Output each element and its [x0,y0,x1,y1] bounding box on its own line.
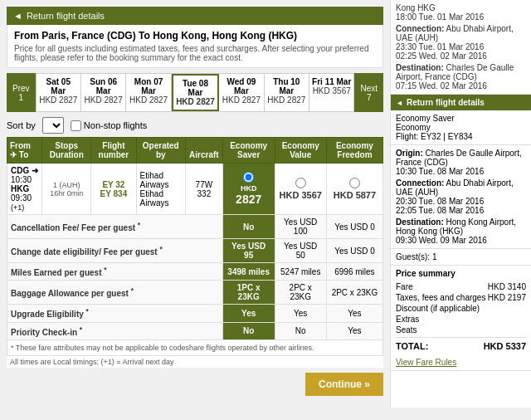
date-cell[interactable]: Sun 06 MarHKD 2827 [81,74,126,111]
attr-saver: Yes [222,305,275,322]
sidebar-price-summary: Price summary Fare HKD 3140 Taxes, fees … [391,266,531,371]
sort-select[interactable] [42,117,64,134]
sidebar-conn2-time1: 20:30 Tue. 08 Mar 2016 [396,197,526,206]
attr-row: Priority Check-in * No No Yes [7,322,383,339]
main-content: ◄ Return flight details From Paris, Fran… [0,0,390,408]
back-arrow-icon: ◄ [13,11,22,21]
attr-value: No [275,322,326,339]
next-num: 7 [367,93,372,102]
sidebar-time1: 18:00 Tue. 01 Mar 2016 [396,12,526,22]
attr-freedom: Yes [326,305,382,322]
sidebar-discount-label: Discount (if applicable) [396,304,480,313]
return-flight-header[interactable]: ◄ Return flight details [7,7,383,25]
route-note: Price for all guests including estimated… [14,44,376,62]
sidebar-taxes-row: Taxes, fees and charges HKD 2197 [396,292,526,303]
attr-saver: Yes USD 95 [222,239,275,263]
attr-value: 5247 miles [275,263,326,281]
th-flight: Flight number [91,138,136,164]
attr-row: Baggage Allowance per guest * 1PC x 23KG… [7,281,383,305]
price-freedom-cell[interactable]: HKD 5877 [326,164,382,215]
attr-label: Upgrade Eligibility * [7,305,223,322]
sidebar-guests-label: Guest(s): 1 [396,252,436,261]
timings: All times are Local timings; (+1) = Arri… [7,356,383,368]
continue-button[interactable]: Continue » [305,373,383,396]
return-header-label: Return flight details [27,11,105,21]
sidebar-arrow-icon: ◄ [396,99,403,107]
route-info: From Paris, France (CDG) To Hong Kong, H… [7,25,383,68]
sort-bar: Sort by Non-stop flights [7,117,383,134]
sidebar-taxes-value: HKD 2197 [488,293,526,302]
attr-row: Cancellation Fee/ Fee per guest * No Yes… [7,215,383,239]
attr-label: Change date eligibility/ Fee per guest * [7,239,223,263]
attr-label: Miles Earned per guest * [7,263,223,281]
prev-label: Prev [12,84,30,93]
sidebar-return-header[interactable]: ◄ Return flight details [391,95,531,110]
prev-button[interactable]: Prev 1 [7,73,36,112]
date-cell[interactable]: Thu 10 MarHKD 2827 [265,74,309,111]
sidebar-conn-time2: 02:25 Wed. 02 Mar 2016 [396,51,526,61]
attr-value: Yes [275,305,326,322]
sidebar-dest2-time: 09:30 Wed. 09 Mar 2016 [396,236,526,245]
flight-operated-cell: Etihad Airways Etihad Airways [136,164,185,215]
sort-label: Sort by [7,120,36,130]
sidebar-return-label: Return flight details [407,98,485,107]
flight-number-cell: EY 32 EY 834 [91,164,136,215]
price-value-cell[interactable]: HKD 3567 [275,164,326,215]
sidebar: Kong HKG 18:00 Tue. 01 Mar 2016 Connecti… [390,0,531,408]
flight-route-cell: CDG ➜ 10:30 HKG 09:30 (+1) [7,164,42,215]
attr-label: Priority Check-in * [7,322,223,339]
sidebar-total-value: HKD 5337 [484,341,526,351]
sidebar-cabin: Economy [396,123,526,132]
th-value: Economy Value [275,138,326,164]
date-cells: Sat 05 MarHKD 2827Sun 06 MarHKD 2827Mon … [36,73,355,112]
continue-bar: Continue » [7,368,383,401]
saver-radio[interactable] [243,172,254,183]
sidebar-total-row: TOTAL: HKD 5337 [396,337,526,354]
nonstop-filter: Non-stop flights [71,120,147,131]
flight-table: From ✈ To Stops Duration Flight number O… [7,137,383,340]
sidebar-fare-value: HKD 3140 [488,282,526,291]
next-button[interactable]: Next 7 [354,73,383,112]
flight-stops-cell: 1 (AUH) 16hr 0min [42,164,91,215]
route-title: From Paris, France (CDG) To Hong Kong, H… [14,30,376,42]
th-freedom: Economy Freedom [326,138,382,164]
attr-label: Baggage Allowance per guest * [7,281,223,305]
sidebar-taxes-label: Taxes, fees and charges [396,293,485,302]
sidebar-seats-row: Seats [396,325,526,335]
sidebar-flight-num: Flight: EY32 | EY834 [396,132,526,141]
sidebar-origin-time: 10:30 Tue. 08 Mar 2016 [396,167,526,176]
date-navigation: Prev 1 Sat 05 MarHKD 2827Sun 06 MarHKD 2… [7,73,383,112]
sidebar-price-summary-title: Price summary [396,269,526,278]
freedom-radio[interactable] [349,178,360,188]
nonstop-checkbox[interactable] [71,120,81,131]
sidebar-top-info: Kong HKG 18:00 Tue. 01 Mar 2016 Connecti… [391,0,531,95]
footnote: * These fare attributes may not be appli… [7,340,383,356]
attr-freedom: Yes [326,322,382,339]
price-saver-cell[interactable]: HKD 2827 [222,164,275,215]
sidebar-seats-label: Seats [396,325,417,335]
sidebar-conn2-time2: 22:05 Tue. 08 Mar 2016 [396,206,526,215]
fare-rules-link[interactable]: View Fare Rules [396,358,456,367]
date-cell[interactable]: Tue 08 MarHKD 2827 [172,74,219,111]
nonstop-label: Non-stop flights [84,120,147,130]
flight-aircraft-cell: 77W 332 [185,164,222,215]
sidebar-guests: Guest(s): 1 [391,249,531,266]
date-cell[interactable]: Wed 09 MarHKD 2827 [219,74,264,111]
date-cell[interactable]: Fri 11 MarHKD 3567 [309,74,353,111]
attr-freedom: Yes USD 0 [326,215,382,239]
date-cell[interactable]: Mon 07 MarHKD 2827 [126,74,171,111]
attr-saver: No [222,322,275,339]
attr-value: 2PC x 23KG [275,281,326,305]
value-radio[interactable] [295,178,306,188]
sidebar-fare-type: Economy Saver [396,114,526,123]
attr-value: Yes USD 50 [275,239,326,263]
next-label: Next [360,84,378,93]
sidebar-discount-row: Discount (if applicable) [396,303,526,314]
sidebar-dest2-label: Destination: Hong Kong Airport, Hong Kon… [396,217,526,236]
attr-freedom: 2PC x 23KG [326,281,382,305]
date-cell[interactable]: Sat 05 MarHKD 2827 [37,74,81,111]
attr-row: Change date eligibility/ Fee per guest *… [7,239,383,263]
prev-num: 1 [19,93,24,102]
sidebar-fare-rules[interactable]: View Fare Rules [396,358,526,367]
th-from: From ✈ To [7,138,42,164]
